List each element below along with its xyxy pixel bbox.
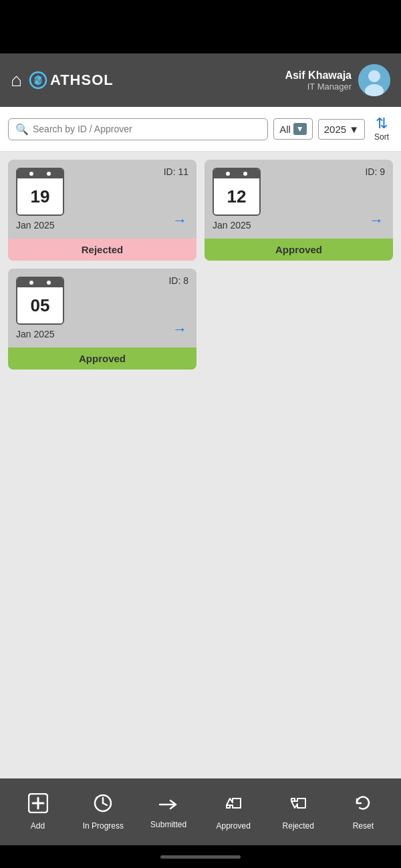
- card-arrow-icon-2: →: [172, 321, 187, 338]
- sort-label: Sort: [374, 132, 389, 142]
- year-value: 2025: [324, 124, 346, 135]
- rejected-icon: [288, 793, 308, 818]
- nav-approved[interactable]: Approved: [213, 793, 253, 831]
- home-icon[interactable]: ⌂: [11, 69, 22, 91]
- card-body-2: ID: 8 05 Jan 2025 →: [8, 269, 196, 347]
- calendar-day-1: 12: [214, 178, 259, 214]
- nav-add[interactable]: Add: [18, 793, 58, 831]
- approved-icon: [223, 793, 243, 818]
- home-indicator: [0, 845, 401, 868]
- card-body-1: ID: 9 12 Jan 2025 →: [205, 160, 393, 239]
- card-id-0: ID: 11: [164, 166, 188, 177]
- card-arrow-icon-0: →: [172, 212, 187, 229]
- card-date-1: Jan 2025: [213, 220, 385, 231]
- app-logo: ATHSOL: [29, 71, 285, 90]
- card-id-2: ID: 8: [168, 275, 188, 286]
- user-info-area: Asif Khawaja IT Manager: [285, 64, 390, 96]
- card-item-0[interactable]: ID: 11 19 Jan 2025 → Rejected: [8, 160, 196, 261]
- logo-icon: [29, 71, 47, 90]
- card-item-2[interactable]: ID: 8 05 Jan 2025 → Approved: [8, 269, 196, 370]
- nav-submitted-label: Submitted: [150, 820, 186, 829]
- card-status-0: Rejected: [8, 239, 196, 261]
- user-details: Asif Khawaja IT Manager: [285, 69, 352, 92]
- nav-reset-label: Reset: [353, 821, 374, 831]
- user-role: IT Manager: [285, 82, 352, 92]
- avatar-image: [358, 64, 390, 96]
- card-date-2: Jan 2025: [16, 329, 188, 339]
- card-arrow-icon-1: →: [369, 212, 384, 229]
- nav-approved-label: Approved: [217, 821, 251, 831]
- nav-in-progress[interactable]: In Progress: [83, 793, 124, 831]
- toolbar: 🔍 All ▼ 2025 ▼ ⇅ Sort: [0, 107, 401, 152]
- calendar-day-2: 05: [17, 287, 63, 323]
- cards-grid: ID: 11 19 Jan 2025 → Rejected ID: 9: [8, 160, 393, 370]
- nav-reset[interactable]: Reset: [343, 793, 383, 831]
- filter-dropdown[interactable]: All ▼: [273, 118, 313, 140]
- avatar: [358, 64, 390, 96]
- card-item-1[interactable]: ID: 9 12 Jan 2025 → Approved: [205, 160, 393, 261]
- bottom-nav: Add In Progress Submitted: [0, 778, 401, 845]
- calendar-icon-0: 19: [16, 168, 64, 216]
- filter-value: All: [279, 124, 291, 135]
- card-body-0: ID: 11 19 Jan 2025 →: [8, 160, 196, 239]
- user-name: Asif Khawaja: [285, 69, 352, 82]
- sort-arrows-icon: ⇅: [376, 116, 388, 131]
- card-date-0: Jan 2025: [16, 220, 188, 231]
- nav-rejected-label: Rejected: [283, 821, 314, 831]
- add-icon: [28, 793, 48, 818]
- in-progress-icon: [93, 793, 113, 818]
- calendar-icon-1: 12: [213, 168, 261, 216]
- sort-button[interactable]: ⇅ Sort: [370, 114, 393, 144]
- card-id-1: ID: 9: [365, 166, 385, 177]
- card-status-1: Approved: [205, 239, 393, 261]
- nav-add-label: Add: [31, 821, 45, 831]
- main-content: ID: 11 19 Jan 2025 → Rejected ID: 9: [0, 152, 401, 778]
- status-bar: [0, 0, 401, 53]
- filter-chevron-icon: ▼: [293, 123, 307, 135]
- reset-icon: [353, 793, 373, 818]
- year-dropdown[interactable]: 2025 ▼: [318, 119, 365, 140]
- logo-text: ATHSOL: [50, 71, 114, 89]
- year-chevron-icon: ▼: [349, 124, 359, 135]
- svg-line-9: [103, 803, 107, 805]
- search-box[interactable]: 🔍: [8, 118, 268, 140]
- card-status-2: Approved: [8, 347, 196, 370]
- search-icon: 🔍: [15, 123, 29, 136]
- app-header: ⌂ ATHSOL Asif Khawaja IT Manager: [0, 53, 401, 107]
- nav-rejected[interactable]: Rejected: [278, 793, 318, 831]
- calendar-day-0: 19: [17, 178, 63, 214]
- indicator-bar: [160, 855, 241, 859]
- calendar-icon-2: 05: [16, 277, 64, 325]
- nav-in-progress-label: In Progress: [83, 821, 124, 831]
- nav-submitted[interactable]: Submitted: [148, 795, 188, 829]
- submitted-icon: [158, 795, 178, 817]
- svg-point-2: [368, 70, 380, 82]
- search-input[interactable]: [33, 124, 261, 134]
